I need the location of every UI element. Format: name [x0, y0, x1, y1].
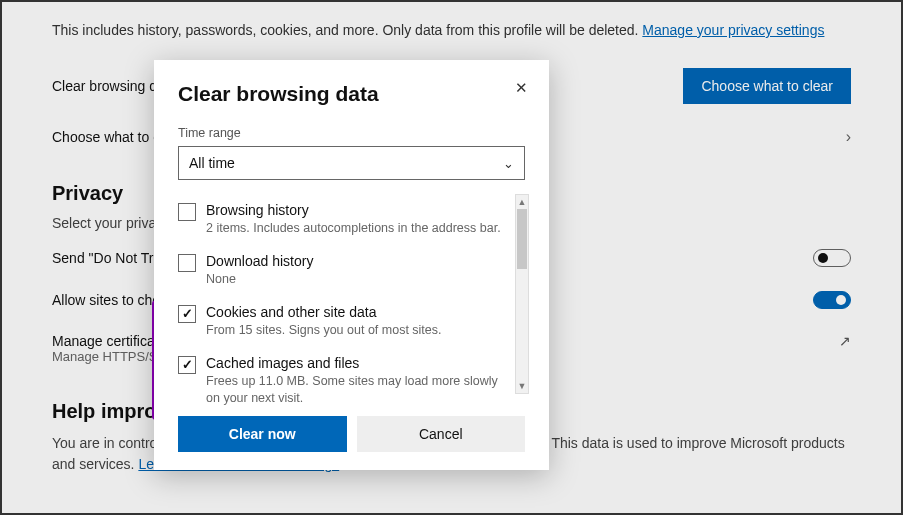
option-cached[interactable]: Cached images and files Frees up 11.0 MB…	[178, 347, 513, 415]
chevron-right-icon: ›	[846, 128, 851, 146]
option-title: Cached images and files	[206, 355, 513, 371]
intro-text: This includes history, passwords, cookie…	[52, 22, 851, 38]
choose-what-to-clear-button[interactable]: Choose what to clear	[683, 68, 851, 104]
option-browsing-history[interactable]: Browsing history 2 items. Includes autoc…	[178, 194, 513, 245]
external-link-icon: ↗	[839, 333, 851, 349]
time-range-label: Time range	[178, 126, 525, 140]
intro-text-span: This includes history, passwords, cookie…	[52, 22, 642, 38]
clear-now-button[interactable]: Clear now	[178, 416, 347, 452]
dnt-toggle[interactable]	[813, 249, 851, 267]
option-download-history[interactable]: Download history None	[178, 245, 513, 296]
option-title: Cookies and other site data	[206, 304, 442, 320]
scroll-thumb[interactable]	[517, 209, 527, 269]
option-title: Browsing history	[206, 202, 501, 218]
chevron-down-icon: ⌄	[503, 156, 514, 171]
close-icon[interactable]: ✕	[507, 74, 535, 102]
checkbox-cached[interactable]	[178, 356, 196, 374]
scrollbar[interactable]: ▲ ▼	[515, 194, 529, 394]
option-title: Download history	[206, 253, 313, 269]
time-range-select[interactable]: All time ⌄	[178, 146, 525, 180]
option-desc: None	[206, 271, 313, 288]
clear-browsing-data-dialog: ✕ Clear browsing data Time range All tim…	[154, 60, 549, 470]
cancel-button[interactable]: Cancel	[357, 416, 526, 452]
option-desc: From 15 sites. Signs you out of most sit…	[206, 322, 442, 339]
checkbox-browsing-history[interactable]	[178, 203, 196, 221]
options-list: ▲ ▼ Browsing history 2 items. Includes a…	[178, 194, 525, 394]
option-desc: Frees up 11.0 MB. Some sites may load mo…	[206, 373, 513, 407]
allow-sites-toggle[interactable]	[813, 291, 851, 309]
option-desc: 2 items. Includes autocompletions in the…	[206, 220, 501, 237]
option-cookies[interactable]: Cookies and other site data From 15 site…	[178, 296, 513, 347]
checkbox-download-history[interactable]	[178, 254, 196, 272]
checkbox-cookies[interactable]	[178, 305, 196, 323]
scroll-up-icon[interactable]: ▲	[516, 195, 528, 209]
time-range-value: All time	[189, 155, 235, 171]
dialog-title: Clear browsing data	[178, 82, 525, 106]
manage-privacy-link[interactable]: Manage your privacy settings	[642, 22, 824, 38]
scroll-down-icon[interactable]: ▼	[516, 379, 528, 393]
